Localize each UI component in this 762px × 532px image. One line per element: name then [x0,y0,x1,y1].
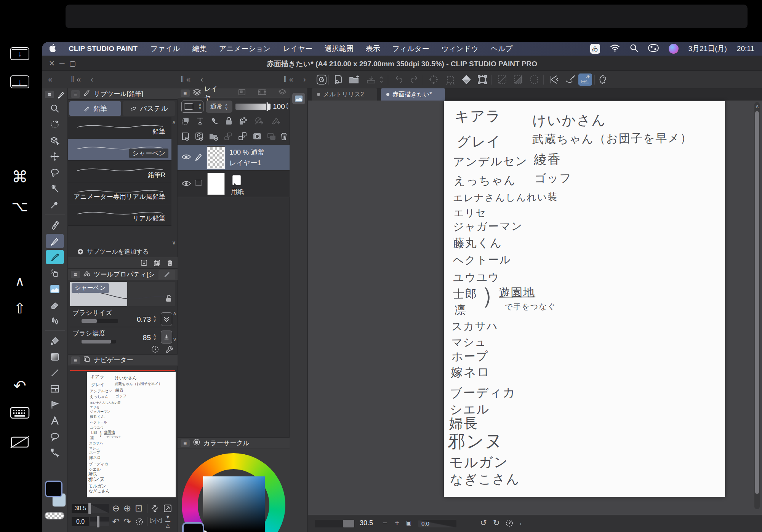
layer-menu-icon[interactable]: ≡ [181,89,190,97]
brush-size-slider[interactable] [82,319,118,323]
fit-to-screen-icon[interactable] [150,504,159,514]
layer-visible-icon[interactable] [181,180,191,189]
window-down-icon[interactable]: ↓ [10,47,29,60]
brush-detail-tab-icon[interactable] [158,270,175,280]
merge-down-icon[interactable] [223,131,234,142]
subtool-scroll-up-icon[interactable]: ∧ [172,119,176,126]
zoom-out-icon[interactable]: ⊖ [112,503,120,513]
bottom-rotate-slider[interactable]: 0.0 [418,520,456,527]
frame-border-tool[interactable] [46,382,64,396]
new-vector-layer-icon[interactable] [194,131,205,142]
transfer-to-lower-layer-icon[interactable] [237,131,248,142]
paper-thumbnail[interactable] [207,173,225,195]
reselect-icon[interactable] [443,73,457,86]
blend-tool[interactable] [46,314,64,328]
layer-opacity-stepper[interactable]: ∧∨ [286,102,289,109]
flip-horizontal-icon[interactable]: ▷|◁ [150,516,162,524]
bottom-rotate-left-icon[interactable]: ↺ [480,518,487,527]
option-key-icon[interactable]: ⌥ [0,198,40,215]
open-file-icon[interactable] [347,73,361,86]
menu-item-3[interactable]: レイヤー [283,45,312,53]
subtool-menu-icon[interactable]: ≡ [71,90,80,98]
collapse-toolstrip-icon[interactable]: « [48,75,53,84]
duplicate-subtool-icon[interactable] [152,259,162,267]
brush-density-sub-button[interactable] [161,331,172,343]
help-icon[interactable] [597,73,611,86]
wrench-settings-icon[interactable] [165,345,174,355]
snap-off-3-icon[interactable] [527,73,541,86]
bottom-reset-rotation-icon[interactable] [505,519,514,529]
save-subtool-icon[interactable] [139,259,149,267]
clip-to-layer-below-icon[interactable] [180,116,191,126]
menu-item-0[interactable]: ファイル [150,45,180,53]
foreground-color-swatch[interactable] [182,522,204,532]
layer-row-paper[interactable]: 用紙 [178,171,290,197]
reset-all-icon[interactable] [151,345,159,355]
fit-to-window-icon[interactable] [163,504,172,514]
navigator-rotate-slider-thumb[interactable] [97,516,99,527]
delete-subtool-icon[interactable] [165,259,174,267]
blend-mode-select[interactable]: 通常∧∨ [206,101,232,113]
dock-handle-icon[interactable]: ‖ « [71,75,81,84]
layer1-name[interactable]: レイヤー1 [229,158,261,168]
subtool-tab-pencil[interactable]: 鉛筆 [69,101,121,116]
unlock-icon[interactable] [165,295,172,304]
fill-tool[interactable] [46,334,64,348]
layer1-thumbnail[interactable] [207,147,225,169]
vertical-scrollbar[interactable]: ∧ [754,102,760,509]
brush-size-value[interactable]: 0.73 [129,315,151,324]
flip-vertical-icon[interactable]: ▼―△ [165,515,170,527]
wifi-icon[interactable] [610,44,620,54]
menu-item-2[interactable]: アニメーション [219,45,271,53]
vertical-scrollbar-thumb[interactable] [755,111,759,494]
reference-layer-icon[interactable] [271,116,282,126]
command-key-icon[interactable]: ⌘ [0,168,40,186]
subtool-scroll-down-icon[interactable]: ∨ [172,239,176,246]
hide-interface-icon[interactable] [0,434,40,451]
decoration-tool[interactable] [46,282,64,296]
figure-line-tool[interactable] [46,366,64,380]
tool-palette-menu-icon[interactable]: ≡ [45,91,54,98]
redo-icon[interactable] [408,73,421,86]
layer-visible-icon[interactable] [181,153,191,162]
selection-lasso-tool[interactable] [46,165,64,180]
new-folder-icon[interactable] [208,131,219,142]
save-icon[interactable] [364,73,378,86]
move-layer-tool[interactable] [46,149,64,164]
snap-off-2-icon[interactable] [511,73,525,86]
set-as-draft-icon[interactable] [254,116,265,126]
new-canvas-icon[interactable] [331,73,345,86]
add-subtool-button[interactable]: サブツールを追加する [68,247,171,257]
navigator-zoom-value[interactable]: 30.5 [72,504,89,513]
canvas-tab-active[interactable]: 赤面描きたい* [381,88,445,101]
ime-badge[interactable]: あ [590,44,600,54]
navigator-zoom-slider-thumb[interactable] [88,503,91,514]
dock-handle-icon[interactable]: ‖ « [181,75,190,84]
subtool-item-2[interactable]: 鉛筆R [68,161,171,182]
dock-handle-icon[interactable]: ‖ « [283,75,293,84]
subtool-tab-pastel[interactable]: パステル [123,101,175,116]
bottom-zoom-100-icon[interactable]: ▣ [406,519,411,526]
siri-icon[interactable] [669,44,679,54]
correct-line-tool[interactable] [46,446,64,460]
ruler-pin-icon[interactable] [194,116,206,126]
layer-opacity-value[interactable]: 100 [273,102,285,111]
brush-density-slider[interactable] [82,340,116,343]
bottom-zoom-in-icon[interactable]: + [395,518,399,527]
search-icon[interactable] [630,44,638,54]
eraser-tool[interactable] [46,298,64,312]
bottom-zoom-slider[interactable] [315,520,355,527]
snap-to-special-ruler-icon[interactable] [563,73,577,86]
layer-comp-tab-icon[interactable] [238,88,246,98]
balloon-tool[interactable] [46,430,64,444]
paper-layer-name[interactable]: 用紙 [231,187,244,196]
apple-menu-icon[interactable] [50,44,56,54]
bottom-rotate-right-icon[interactable]: ↻ [493,518,500,527]
brush-size-stepper[interactable]: ∧∨ [153,315,156,322]
menu-item-8[interactable]: ヘルプ [491,45,513,53]
new-raster-layer-icon[interactable] [180,131,191,142]
dock-down-icon[interactable]: ↓ [10,75,29,88]
text-tool[interactable] [46,414,64,428]
layer-mask-icon[interactable] [251,131,263,142]
control-center-icon[interactable] [648,44,659,54]
